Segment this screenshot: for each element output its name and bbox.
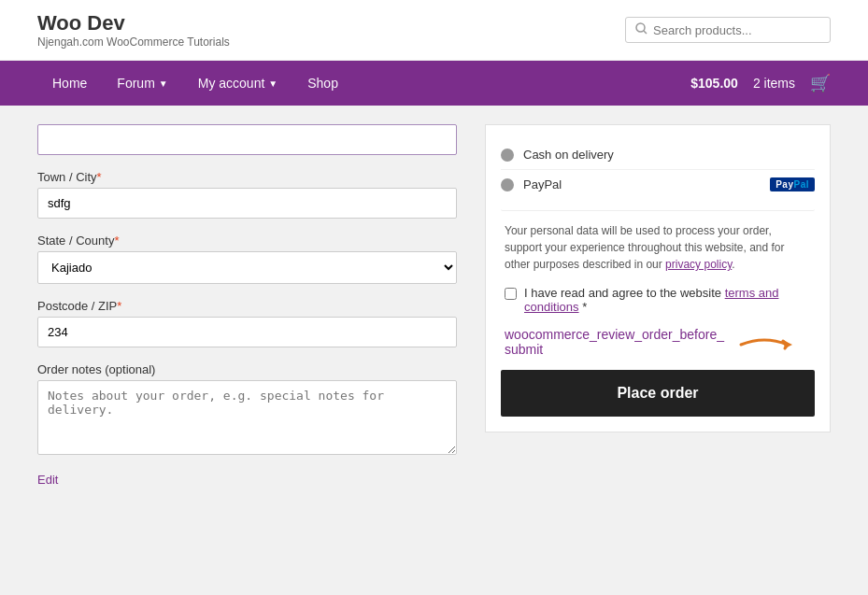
terms-checkbox[interactable] [505,288,517,300]
order-notes-field-group: Order notes (optional) [37,362,457,458]
town-field-group: Town / City* [37,170,457,219]
nav-shop[interactable]: Shop [292,61,353,106]
apartment-field-group [37,124,457,155]
site-title: Woo Dev [37,11,230,35]
search-bar[interactable] [625,17,831,43]
payment-option-paypal[interactable]: PayPal PayPal [501,170,815,199]
paypal-logo: PayPal [770,177,815,191]
edit-link[interactable]: Edit [37,473,457,487]
paypal-radio[interactable] [501,178,514,191]
site-branding: Woo Dev Njengah.com WooCommerce Tutorial… [37,11,230,49]
postcode-req: * [117,299,121,313]
state-field-group: State / County* Kajiado Nairobi Mombasa [37,234,457,284]
nav-left: Home Forum ▼ My account ▼ Shop [37,61,353,106]
town-req: * [97,170,102,184]
myaccount-arrow: ▼ [268,78,277,89]
payment-section: Cash on delivery PayPal PayPal [501,140,815,211]
search-icon [635,22,647,37]
right-column: Cash on delivery PayPal PayPal Your pers… [485,124,831,487]
search-input[interactable] [653,23,820,37]
svg-point-0 [636,23,645,32]
main-content: Town / City* State / County* Kajiado Nai… [0,106,868,505]
cod-label: Cash on delivery [523,148,614,162]
postcode-input[interactable] [37,317,457,347]
hook-text-block: woocommerce_review_order_before_submit [501,327,815,357]
cart-total: $105.00 [690,76,738,91]
state-req: * [114,234,119,248]
site-subtitle: Njengah.com WooCommerce Tutorials [37,35,230,49]
main-nav: Home Forum ▼ My account ▼ Shop $105.00 2… [0,61,868,106]
terms-row: I have read and agree to the website ter… [501,286,815,314]
nav-myaccount[interactable]: My account ▼ [183,61,293,106]
postcode-label: Postcode / ZIP* [37,299,457,313]
state-label: State / County* [37,234,457,248]
privacy-policy-link[interactable]: privacy policy [665,258,732,271]
cart-items-count: 2 items [753,76,795,91]
svg-line-1 [644,31,647,34]
postcode-field-group: Postcode / ZIP* [37,299,457,347]
nav-right: $105.00 2 items 🛒 [690,73,831,93]
privacy-text: Your personal data will be used to proce… [501,222,815,273]
nav-home[interactable]: Home [37,61,102,106]
order-notes-textarea[interactable] [37,380,457,455]
terms-text: I have read and agree to the website ter… [524,286,811,314]
cod-radio[interactable] [501,149,514,162]
nav-forum[interactable]: Forum ▼ [102,61,182,106]
left-column: Town / City* State / County* Kajiado Nai… [37,124,485,487]
apartment-input[interactable] [37,124,457,155]
forum-arrow: ▼ [159,78,168,89]
cart-icon[interactable]: 🛒 [810,73,831,93]
hook-text: woocommerce_review_order_before_submit [505,327,729,357]
payment-option-cod[interactable]: Cash on delivery [501,140,815,170]
paypal-label: PayPal [523,177,562,191]
right-panel: Cash on delivery PayPal PayPal Your pers… [485,124,831,432]
order-notes-label: Order notes (optional) [37,362,457,376]
town-label: Town / City* [37,170,457,184]
arrow-annotation [736,328,811,357]
site-header: Woo Dev Njengah.com WooCommerce Tutorial… [0,0,868,61]
place-order-button[interactable]: Place order [501,370,815,417]
town-input[interactable] [37,188,457,219]
state-select[interactable]: Kajiado Nairobi Mombasa [37,251,457,284]
arrow-svg [736,328,811,354]
